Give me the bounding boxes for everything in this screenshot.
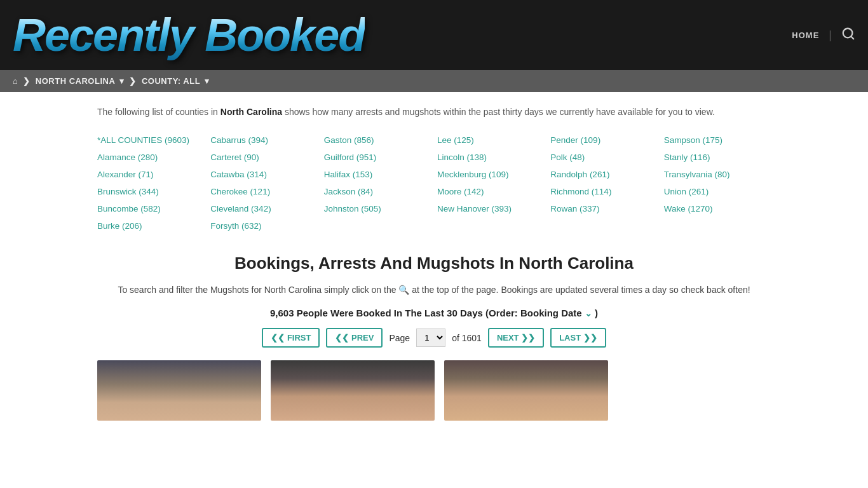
- county-grid: *ALL COUNTIES (9603)Alamance (280)Alexan…: [97, 132, 771, 234]
- header-nav: HOME |: [792, 27, 855, 44]
- of-total: of 1601: [452, 333, 482, 343]
- county-link[interactable]: Alexander (71): [97, 166, 204, 183]
- county-link[interactable]: Moore (142): [437, 183, 544, 200]
- county-link[interactable]: Gaston (856): [324, 132, 431, 149]
- county-link[interactable]: Lee (125): [437, 132, 544, 149]
- county-link[interactable]: Sampson (175): [664, 132, 771, 149]
- county-link[interactable]: Rowan (337): [550, 200, 657, 217]
- county-link[interactable]: Cabarrus (394): [210, 132, 317, 149]
- logo: Recently Booked: [13, 9, 365, 61]
- county-link[interactable]: Lincoln (138): [437, 149, 544, 166]
- county-link[interactable]: Guilford (951): [324, 149, 431, 166]
- mugshot-image-2: [271, 360, 435, 421]
- mugshot-image-1: [97, 360, 261, 421]
- breadcrumb-sep-1: ❯: [23, 76, 31, 86]
- county-link[interactable]: Polk (48): [550, 149, 657, 166]
- bookings-count: 9,603 People Were Booked In The Last 30 …: [97, 308, 771, 318]
- county-link[interactable]: Randolph (261): [550, 166, 657, 183]
- search-icon-button[interactable]: [841, 27, 855, 44]
- county-link[interactable]: Stanly (116): [664, 149, 771, 166]
- county-link[interactable]: Cleveland (342): [210, 200, 317, 217]
- section-heading: Bookings, Arrests And Mugshots In North …: [97, 254, 771, 273]
- breadcrumb-sep-2: ❯: [129, 76, 137, 86]
- county-link[interactable]: Union (261): [664, 183, 771, 200]
- home-nav-link[interactable]: HOME: [792, 30, 819, 40]
- county-link[interactable]: Brunswick (344): [97, 183, 204, 200]
- mugshot-card[interactable]: [271, 360, 435, 421]
- county-link[interactable]: Jackson (84): [324, 183, 431, 200]
- county-link[interactable]: Wake (1270): [664, 200, 771, 217]
- county-link[interactable]: Buncombe (582): [97, 200, 204, 217]
- county-link[interactable]: New Hanover (393): [437, 200, 544, 217]
- county-chevron-icon: ▾: [205, 76, 210, 86]
- county-link[interactable]: Halifax (153): [324, 166, 431, 183]
- sort-icon[interactable]: ⌄: [585, 308, 592, 318]
- county-link[interactable]: Mecklenburg (109): [437, 166, 544, 183]
- county-link[interactable]: *ALL COUNTIES (9603): [97, 132, 204, 149]
- county-link[interactable]: Pender (109): [550, 132, 657, 149]
- last-button[interactable]: LAST ❯❯: [550, 328, 606, 348]
- county-link[interactable]: Cherokee (121): [210, 183, 317, 200]
- breadcrumb-home-link[interactable]: ⌂: [13, 76, 18, 86]
- inline-search-icon: 🔍: [398, 285, 412, 295]
- search-description: To search and filter the Mugshots for No…: [97, 283, 771, 298]
- main-content: The following list of counties in North …: [85, 92, 783, 433]
- county-link[interactable]: Catawba (314): [210, 166, 317, 183]
- prev-button[interactable]: ❮❮ PREV: [326, 328, 383, 348]
- breadcrumb-state-dropdown[interactable]: NORTH CAROLINA ▾: [36, 76, 125, 86]
- state-chevron-icon: ▾: [119, 76, 125, 86]
- breadcrumb: ⌂ ❯ NORTH CAROLINA ▾ ❯ COUNTY: ALL ▾: [0, 70, 868, 92]
- mugshot-image-3: [444, 360, 608, 421]
- page-label: Page: [389, 333, 410, 343]
- page-select[interactable]: 1: [416, 329, 445, 347]
- svg-line-1: [851, 36, 853, 39]
- county-link[interactable]: Transylvania (80): [664, 166, 771, 183]
- mugshot-card[interactable]: [97, 360, 261, 421]
- county-link[interactable]: Johnston (505): [324, 200, 431, 217]
- mugshot-grid: [97, 360, 771, 421]
- county-link[interactable]: Richmond (114): [550, 183, 657, 200]
- intro-paragraph: The following list of counties in North …: [97, 105, 771, 119]
- first-button[interactable]: ❮❮ FIRST: [262, 328, 320, 348]
- nav-divider: |: [829, 29, 832, 42]
- county-link[interactable]: Forsyth (632): [210, 217, 317, 234]
- mugshot-card[interactable]: [444, 360, 608, 421]
- county-link[interactable]: Carteret (90): [210, 149, 317, 166]
- pagination: ❮❮ FIRST ❮❮ PREV Page 1 of 1601 NEXT ❯❯ …: [97, 328, 771, 348]
- header: Recently Booked HOME |: [0, 0, 868, 70]
- county-link[interactable]: Alamance (280): [97, 149, 204, 166]
- home-icon: ⌂: [13, 76, 18, 86]
- next-button[interactable]: NEXT ❯❯: [488, 328, 544, 348]
- county-link[interactable]: Burke (206): [97, 217, 204, 234]
- breadcrumb-county-dropdown[interactable]: COUNTY: ALL ▾: [142, 76, 210, 86]
